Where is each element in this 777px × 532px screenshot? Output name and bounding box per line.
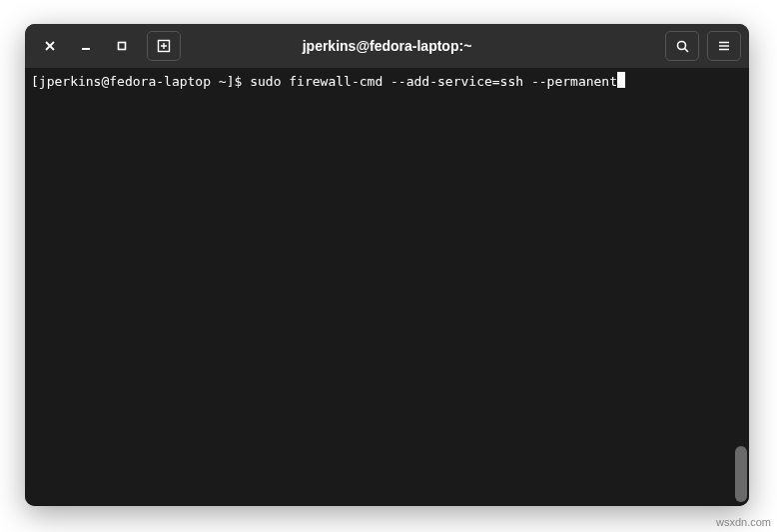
search-button[interactable] [665, 31, 699, 61]
svg-line-8 [684, 48, 688, 52]
titlebar: jperkins@fedora-laptop:~ [25, 24, 749, 68]
minimize-icon [80, 40, 92, 52]
titlebar-right-controls [665, 31, 741, 61]
close-button[interactable] [33, 31, 67, 61]
prompt: [jperkins@fedora-laptop ~]$ [31, 74, 250, 89]
new-tab-icon [156, 38, 172, 54]
close-icon [44, 40, 56, 52]
menu-button[interactable] [707, 31, 741, 61]
text-cursor [617, 72, 625, 88]
scrollbar-thumb[interactable] [735, 446, 747, 502]
minimize-button[interactable] [69, 31, 103, 61]
watermark: wsxdn.com [716, 516, 771, 528]
maximize-icon [116, 40, 128, 52]
command-text: sudo firewall-cmd --add-service=ssh --pe… [250, 74, 617, 89]
hamburger-icon [717, 39, 731, 53]
new-tab-button[interactable] [147, 31, 181, 61]
window-title: jperkins@fedora-laptop:~ [303, 38, 472, 54]
titlebar-left-controls [33, 31, 181, 61]
terminal-body[interactable]: [jperkins@fedora-laptop ~]$ sudo firewal… [25, 68, 749, 506]
terminal-window: jperkins@fedora-laptop:~ [jperkins@fedor… [25, 24, 749, 506]
svg-point-7 [677, 41, 685, 49]
svg-rect-3 [119, 43, 126, 50]
search-icon [675, 39, 690, 54]
maximize-button[interactable] [105, 31, 139, 61]
